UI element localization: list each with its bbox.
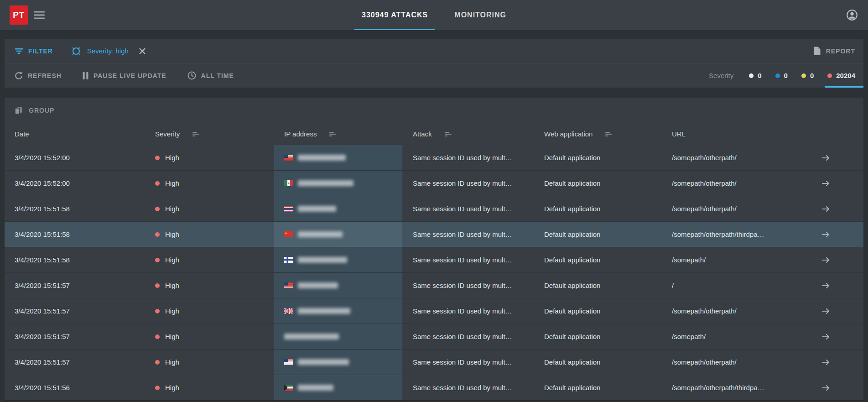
table-row[interactable]: 3/4/2020 15:51:56HighSame session ID use… [5,375,863,400]
pause-live-update-button[interactable]: PAUSE LIVE UPDATE [83,72,166,79]
cell-url: /somepath/otherpath/ [661,358,812,366]
cell-web-application: Default application [534,205,661,213]
sort-icon[interactable] [329,132,336,136]
sort-icon[interactable] [445,132,452,136]
row-detail-arrow-button[interactable] [812,256,863,264]
column-header-ip-address[interactable]: IP address [274,130,402,138]
column-header-web-application[interactable]: Web application [534,130,661,138]
redacted-ip-value [298,282,338,288]
severity-count-value: 20204 [836,72,855,79]
row-detail-arrow-button[interactable] [812,205,863,213]
severity-high-dot [155,207,160,211]
cell-url: /somepath/otherpath/ [661,154,812,162]
cell-severity: High [145,205,274,213]
redacted-ip-value [298,206,336,212]
cell-date: 3/4/2020 15:51:57 [5,307,145,315]
row-detail-arrow-button[interactable] [812,358,863,366]
filter-chip-label: Severity: high [87,47,129,55]
cell-severity: High [145,307,274,315]
cell-severity: High [145,333,274,340]
row-detail-arrow-button[interactable] [812,154,863,162]
row-detail-arrow-button[interactable] [812,384,863,392]
all-time-label: ALL TIME [201,72,234,79]
menu-icon[interactable] [33,7,46,24]
table-row[interactable]: 3/4/2020 15:52:00HighSame session ID use… [5,145,863,170]
table-row[interactable]: 3/4/2020 15:51:58HighSame session ID use… [5,221,863,247]
severity-count-high[interactable]: 20204 [814,63,855,88]
cell-web-application: Default application [534,154,661,162]
severity-summary: Severity 00020204 [709,63,855,88]
flag-cn-icon [284,231,293,237]
column-header-attack[interactable]: Attack [402,130,534,138]
severity-dot-high [827,73,832,78]
row-detail-arrow-button[interactable] [812,307,863,315]
cell-ip-address [274,324,402,349]
row-detail-arrow-button[interactable] [812,230,863,239]
tab-monitoring[interactable]: MONITORING [447,0,514,30]
arrow-right-icon [821,282,830,290]
cell-severity: High [145,358,274,366]
severity-value: High [165,282,179,289]
table-row[interactable]: 3/4/2020 15:51:57HighSame session ID use… [5,324,863,349]
severity-dot-low [775,73,780,78]
severity-count-info[interactable]: 0 [735,63,761,88]
all-time-button[interactable]: ALL TIME [187,71,234,80]
row-detail-arrow-button[interactable] [812,179,863,188]
group-button[interactable]: GROUP [15,106,54,115]
sort-icon[interactable] [192,132,199,136]
table-row[interactable]: 3/4/2020 15:51:58HighSame session ID use… [5,196,863,221]
cell-date: 3/4/2020 15:51:58 [5,205,145,213]
severity-count-low[interactable]: 0 [762,63,788,88]
filter-icon [15,48,23,54]
account-icon[interactable] [846,9,858,21]
filter-toolbar-panel: FILTER Severity: high REPORT [5,39,863,88]
severity-value: High [165,179,179,187]
severity-count-value: 0 [810,72,814,79]
severity-count-list: 00020204 [735,63,855,88]
cell-web-application: Default application [534,282,661,289]
cell-severity: High [145,384,274,392]
next-row-sliver [5,400,863,402]
pause-icon [83,72,88,79]
row-detail-arrow-button[interactable] [812,282,863,290]
active-filter-chip[interactable]: Severity: high [71,46,129,56]
severity-high-dot [155,360,160,365]
cell-url: /somepath/otherpath/thirdpa… [661,384,812,392]
tab-330949-attacks[interactable]: 330949 ATTACKS [354,0,435,30]
main-tabs: 330949 ATTACKSMONITORING [354,0,514,30]
table-row[interactable]: 3/4/2020 15:51:57HighSame session ID use… [5,298,863,324]
redacted-ip-value [284,334,339,339]
report-label: REPORT [826,47,855,55]
refresh-button[interactable]: REFRESH [15,72,62,80]
sort-icon[interactable] [605,132,612,136]
cell-ip-address [274,196,402,221]
cell-severity: High [145,256,274,264]
flag-us-icon [284,155,293,161]
cell-url: / [661,282,812,289]
flag-us-icon [284,282,293,288]
severity-value: High [165,307,179,315]
row-detail-arrow-button[interactable] [812,333,863,341]
table-row[interactable]: 3/4/2020 15:51:57HighSame session ID use… [5,272,863,298]
arrow-right-icon [821,384,830,392]
table-row[interactable]: 3/4/2020 15:51:58HighSame session ID use… [5,247,863,272]
severity-count-medium[interactable]: 0 [788,63,814,88]
severity-value: High [165,205,179,213]
arrow-right-icon [821,307,830,315]
severity-high-dot [155,283,160,288]
severity-value: High [165,333,179,340]
report-button[interactable]: REPORT [813,47,855,56]
column-header-severity[interactable]: Severity [145,130,274,138]
cell-web-application: Default application [534,230,661,238]
severity-value: High [165,256,179,264]
table-row[interactable]: 3/4/2020 15:51:57HighSame session ID use… [5,349,863,375]
flag-mx-icon [284,180,293,186]
table-row[interactable]: 3/4/2020 15:52:00HighSame session ID use… [5,170,863,196]
remove-filter-button[interactable] [137,46,148,57]
pt-logo[interactable]: PT [10,5,28,25]
cell-ip-address [274,273,402,298]
cell-attack: Same session ID used by mult… [402,205,534,213]
toolbar-row: REFRESH PAUSE LIVE UPDATE ALL TIME Sever… [5,63,863,88]
filter-button[interactable]: FILTER [15,47,53,55]
column-label: Web application [544,130,593,138]
